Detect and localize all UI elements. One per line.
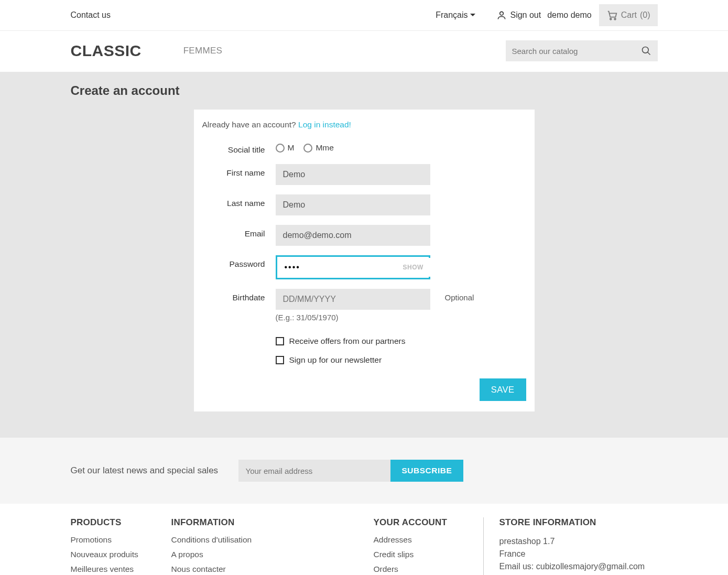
label-email: Email: [202, 225, 276, 238]
page-title: Create an account: [71, 83, 658, 98]
footer-link[interactable]: Promotions: [71, 535, 112, 544]
store-country: France: [499, 548, 645, 560]
footer-store-title: STORE INFORMATION: [499, 517, 645, 528]
footer-information-title: INFORMATION: [171, 517, 374, 528]
footer-account-title: YOUR ACCOUNT: [374, 517, 468, 528]
footer-link[interactable]: Conditions d'utilisation: [171, 535, 252, 544]
footer-link[interactable]: Addresses: [374, 535, 412, 544]
radio-icon: [276, 144, 285, 153]
language-selector[interactable]: Français: [436, 10, 475, 20]
footer-products-title: PRODUCTS: [71, 517, 171, 528]
label-password: Password: [202, 255, 276, 269]
logo[interactable]: CLASSIC: [71, 42, 142, 60]
subscribe-button[interactable]: SUBSCRIBE: [390, 460, 464, 482]
birthdate-input[interactable]: [276, 289, 430, 310]
sign-out-link[interactable]: Sign out: [510, 10, 541, 20]
svg-point-1: [610, 18, 612, 20]
checkbox-offers[interactable]: Receive offers from our partners: [276, 337, 406, 346]
footer-link[interactable]: Orders: [374, 565, 398, 573]
search-input[interactable]: [512, 47, 641, 56]
birthdate-hint: (E.g.: 31/05/1970): [276, 313, 430, 322]
save-button[interactable]: SAVE: [480, 378, 526, 401]
first-name-input[interactable]: [276, 164, 430, 185]
cart-button[interactable]: Cart (0): [599, 4, 658, 26]
footer: PRODUCTS Promotions Nouveaux produits Me…: [0, 504, 728, 575]
username-link[interactable]: demo demo: [547, 10, 592, 20]
svg-line-4: [647, 52, 650, 55]
main-header: CLASSIC FEMMES: [0, 31, 728, 72]
email-input[interactable]: [276, 225, 430, 246]
show-password-button[interactable]: SHOW: [396, 258, 431, 277]
person-icon: [496, 10, 507, 20]
footer-link[interactable]: Credit slips: [374, 550, 414, 559]
radio-mme[interactable]: Mme: [303, 143, 333, 153]
store-name: prestashop 1.7: [499, 535, 645, 548]
label-last-name: Last name: [202, 194, 276, 208]
label-first-name: First name: [202, 164, 276, 178]
footer-link[interactable]: Nouveaux produits: [71, 550, 138, 559]
radio-icon: [303, 144, 312, 153]
radio-m[interactable]: M: [276, 143, 295, 153]
footer-link[interactable]: A propos: [171, 550, 203, 559]
search-box[interactable]: [506, 40, 658, 61]
language-label: Français: [436, 10, 468, 20]
cart-count: (0): [640, 10, 650, 20]
already-text: Already have an account?: [202, 120, 299, 129]
last-name-input[interactable]: [276, 194, 430, 215]
optional-label: Optional: [430, 289, 474, 302]
newsletter-label: Get our latest news and special sales: [71, 465, 238, 476]
checkbox-icon: [276, 356, 284, 364]
newsletter-section: Get our latest news and special sales SU…: [0, 438, 728, 504]
svg-point-3: [642, 47, 648, 53]
footer-link[interactable]: Meilleures ventes: [71, 565, 134, 573]
footer-link[interactable]: Nous contacter: [171, 565, 226, 573]
svg-point-2: [614, 18, 616, 20]
checkbox-newsletter[interactable]: Sign up for our newsletter: [276, 355, 406, 365]
store-email-label: Email us:: [499, 562, 536, 571]
cart-label: Cart: [621, 10, 637, 20]
password-input[interactable]: [278, 258, 396, 277]
form-card: Already have an account? Log in instead!…: [194, 110, 535, 411]
newsletter-email-input[interactable]: [238, 460, 390, 482]
label-birthdate: Birthdate: [202, 289, 276, 302]
cart-icon: [606, 9, 618, 21]
label-social-title: Social title: [202, 141, 276, 155]
contact-us-link[interactable]: Contact us: [71, 10, 111, 20]
chevron-down-icon: [470, 14, 475, 17]
checkbox-icon: [276, 337, 284, 345]
store-email-link[interactable]: cubizollesmajory@gmail.com: [536, 562, 645, 571]
svg-point-0: [500, 12, 504, 15]
search-icon[interactable]: [641, 46, 651, 56]
login-instead-link[interactable]: Log in instead!: [298, 120, 351, 129]
top-bar: Contact us Français Sign out demo demo C…: [0, 0, 728, 31]
nav-femmes[interactable]: FEMMES: [183, 46, 223, 56]
